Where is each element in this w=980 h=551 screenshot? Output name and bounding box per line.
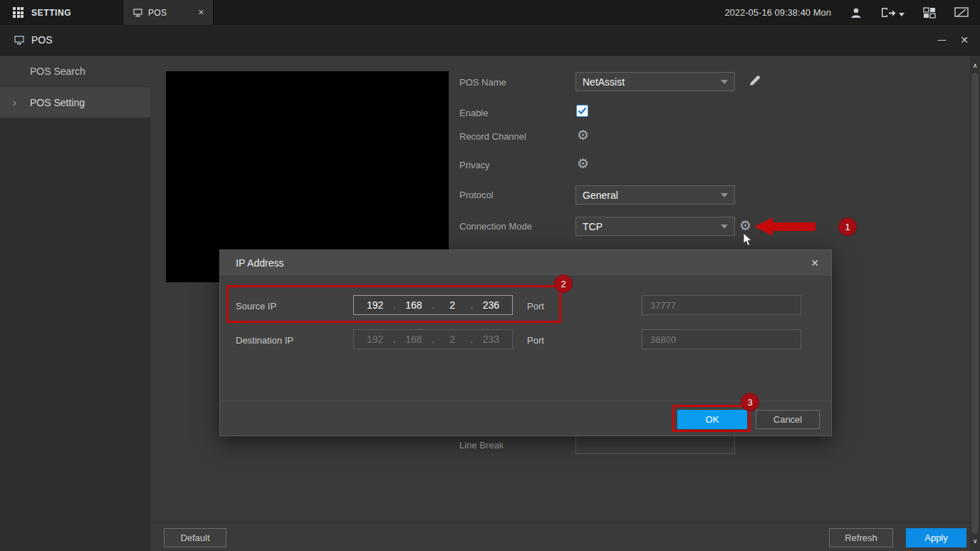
- chevron-right-icon: [13, 96, 16, 108]
- dialog-header: IP Address: [220, 250, 831, 277]
- connection-mode-value: TCP: [583, 221, 603, 232]
- logout-caret-icon: [899, 13, 905, 16]
- user-account-icon[interactable]: [850, 6, 862, 19]
- enable-checkbox[interactable]: [576, 105, 588, 117]
- dialog-close-icon[interactable]: [810, 257, 819, 269]
- enable-label: Enable: [459, 108, 488, 118]
- annotation-rect-ok: [672, 405, 751, 432]
- edit-pencil-icon[interactable]: [748, 73, 762, 88]
- logout-icon[interactable]: [881, 7, 905, 18]
- chevron-down-icon: [721, 193, 728, 197]
- window-title-bar: POS: [0, 25, 980, 56]
- source-port-input[interactable]: 37777: [642, 295, 801, 315]
- window-title: POS: [31, 34, 53, 46]
- ip-octet: 233: [474, 334, 508, 345]
- annotation-rect-source-ip: [226, 285, 561, 323]
- screen-layout-icon[interactable]: [923, 7, 936, 19]
- main-menu-grid-icon: [13, 7, 24, 18]
- default-button[interactable]: Default: [164, 528, 226, 547]
- chevron-down-icon: [721, 80, 728, 84]
- pos-name-value: NetAssist: [583, 76, 625, 88]
- connection-mode-label: Connection Mode: [459, 221, 532, 232]
- annotation-arrow-step1: [754, 217, 815, 236]
- connection-mode-dropdown[interactable]: TCP: [575, 217, 735, 236]
- arrow-tail: [772, 222, 815, 231]
- pos-window-icon: [14, 36, 24, 45]
- top-bar-spacer: [214, 0, 724, 25]
- refresh-button[interactable]: Refresh: [829, 528, 893, 547]
- ip-dot: [431, 334, 436, 345]
- destination-port-input[interactable]: 38800: [642, 329, 801, 349]
- connection-mode-gear-icon[interactable]: [739, 219, 751, 233]
- sidebar: POS Search POS Setting: [0, 56, 150, 551]
- cancel-button[interactable]: Cancel: [756, 410, 820, 429]
- vertical-scrollbar[interactable]: [970, 56, 980, 551]
- apply-button[interactable]: Apply: [906, 528, 966, 547]
- mouse-cursor: [743, 232, 753, 247]
- minimize-icon[interactable]: [937, 35, 946, 45]
- ip-octet: 192: [358, 334, 392, 345]
- scrollbar-thumb[interactable]: [971, 73, 979, 534]
- tab-pos-close-icon[interactable]: [198, 8, 204, 17]
- footer-divider: [150, 522, 970, 523]
- protocol-value: General: [583, 190, 618, 201]
- protocol-dropdown[interactable]: General: [575, 185, 735, 205]
- checkmark-icon: [578, 107, 587, 115]
- destination-port-label: Port: [527, 335, 544, 346]
- annotation-badge-2: 2: [554, 274, 573, 293]
- ip-dot: [392, 334, 397, 345]
- tab-pos-label: POS: [148, 8, 167, 18]
- datetime-label: 2022-05-16 09:38:40 Mon: [724, 7, 831, 18]
- live-view-icon[interactable]: [954, 7, 969, 19]
- record-channel-label: Record Channel: [459, 131, 526, 142]
- sidebar-item-label: POS Setting: [30, 97, 85, 108]
- chevron-down-icon: [721, 225, 728, 229]
- sidebar-item-pos-setting[interactable]: POS Setting: [0, 87, 150, 118]
- line-break-label: Line Break: [459, 440, 504, 450]
- destination-ip-input[interactable]: 1921682233: [353, 329, 513, 349]
- tab-setting[interactable]: SETTING: [0, 0, 123, 25]
- destination-ip-label: Destination IP: [236, 335, 293, 346]
- annotation-badge-3: 3: [741, 393, 759, 411]
- pos-tab-icon: [133, 9, 142, 17]
- tab-pos[interactable]: POS: [123, 0, 214, 25]
- dialog-divider: [220, 401, 831, 401]
- top-bar: SETTING POS 2022-05-16 09:38:40 Mon: [0, 0, 980, 25]
- privacy-gear-icon[interactable]: [577, 157, 589, 171]
- privacy-label: Privacy: [459, 160, 490, 170]
- pos-name-dropdown[interactable]: NetAssist: [575, 72, 735, 91]
- ip-octet: 2: [436, 334, 469, 345]
- arrow-head: [754, 217, 773, 236]
- pos-name-label: POS Name: [459, 77, 506, 88]
- ip-octet: 168: [397, 334, 430, 345]
- dialog-title: IP Address: [236, 257, 283, 269]
- close-icon[interactable]: [960, 35, 969, 45]
- ip-dot: [469, 334, 474, 345]
- annotation-badge-1: 1: [838, 217, 857, 236]
- scroll-up-icon[interactable]: [970, 60, 980, 71]
- screen: SETTING POS 2022-05-16 09:38:40 Mon: [0, 0, 980, 551]
- sidebar-item-label: POS Search: [30, 66, 85, 77]
- line-break-input[interactable]: [575, 435, 735, 454]
- protocol-label: Protocol: [459, 190, 494, 200]
- tab-setting-label: SETTING: [31, 8, 71, 18]
- scroll-down-icon[interactable]: [970, 535, 980, 547]
- record-channel-gear-icon[interactable]: [577, 128, 589, 143]
- sidebar-item-pos-search[interactable]: POS Search: [0, 56, 150, 87]
